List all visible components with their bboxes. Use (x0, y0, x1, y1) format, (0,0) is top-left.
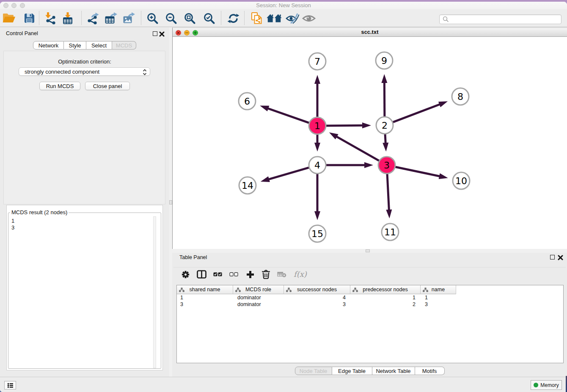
node-6[interactable]: 6 (239, 93, 256, 110)
mcds-result-title: MCDS result (2 nodes) (10, 209, 69, 215)
create-column-button[interactable] (243, 268, 257, 281)
edge-3-10[interactable] (394, 167, 448, 179)
column-header-predecessor-nodes[interactable]: predecessor nodes (350, 285, 421, 294)
first-neighbors-button[interactable] (266, 11, 282, 26)
network-canvas[interactable]: 1234678910111415 (173, 37, 567, 249)
select-all-button[interactable] (210, 268, 225, 281)
table-tab-network-table[interactable]: Network Table (372, 367, 415, 375)
node-8[interactable]: 8 (452, 88, 469, 105)
delete-column-button[interactable] (259, 268, 273, 281)
table-cell[interactable]: 3 (177, 301, 233, 308)
table-cell[interactable]: dominator (233, 301, 284, 308)
edge-4-14[interactable] (261, 167, 310, 182)
node-3[interactable]: 3 (378, 157, 395, 174)
table-cell[interactable]: 4 (284, 294, 350, 301)
table-cell[interactable]: 1 (177, 294, 233, 301)
close-table-panel-icon[interactable] (558, 255, 563, 260)
zoom-out-button[interactable] (163, 11, 179, 26)
zoom-fit-button[interactable] (182, 11, 198, 26)
close-panel-button[interactable]: Close panel (85, 82, 130, 90)
node-4[interactable]: 4 (309, 157, 326, 174)
table-tab-node-table[interactable]: Node Table (295, 367, 332, 375)
edge-1-4[interactable] (314, 133, 320, 152)
hide-selected-button[interactable] (284, 11, 300, 26)
vertical-split-grip[interactable] (169, 200, 172, 204)
column-header-name[interactable]: name (421, 285, 456, 294)
clone-network-button[interactable] (248, 11, 264, 26)
table-row-0[interactable]: 1dominator411 (177, 294, 563, 301)
table-cell[interactable]: dominator (233, 294, 284, 301)
float-panel-icon[interactable] (153, 31, 157, 36)
result-scrollbar[interactable] (153, 216, 156, 368)
edge-3-11[interactable] (386, 173, 392, 218)
export-network-button[interactable] (85, 11, 101, 26)
zoom-selected-button[interactable] (201, 11, 217, 26)
node-2[interactable]: 2 (376, 117, 393, 134)
export-table-button[interactable] (103, 11, 119, 26)
toolbar-separator (244, 11, 245, 25)
close-panel-icon[interactable] (159, 31, 165, 37)
optimization-criterion-label: Optimization criterion: (0, 58, 169, 65)
task-history-button[interactable] (4, 381, 16, 389)
edge-4-15[interactable] (314, 173, 320, 220)
import-network-button[interactable] (41, 11, 58, 26)
edge-2-3[interactable] (383, 133, 388, 152)
edge-2-8[interactable] (392, 101, 448, 122)
titlebar: Session: New Session (0, 2, 567, 9)
table-tab-edge-table[interactable]: Edge Table (332, 367, 372, 375)
table-cell[interactable]: 2 (350, 301, 421, 308)
save-session-button[interactable] (21, 11, 37, 26)
search-input[interactable] (439, 14, 561, 24)
control-tab-select[interactable]: Select (86, 41, 112, 50)
zoom-out-icon (165, 12, 177, 25)
function-builder-button: f(x) (293, 268, 308, 281)
edge-2-9[interactable] (381, 74, 387, 118)
edge-3-1[interactable] (329, 133, 380, 161)
control-tab-network[interactable]: Network (33, 41, 64, 50)
run-mcds-button[interactable]: Run MCDS (39, 82, 80, 90)
node-1[interactable]: 1 (309, 117, 326, 134)
table-cell[interactable]: 1 (421, 294, 456, 301)
deselect-all-button[interactable] (226, 268, 241, 281)
horizontal-split-divider[interactable] (172, 249, 567, 253)
column-header-shared-name[interactable]: shared name (177, 285, 233, 294)
node-15[interactable]: 15 (309, 225, 326, 242)
node-10[interactable]: 10 (453, 172, 470, 189)
edge-1-7[interactable] (314, 75, 320, 118)
table-cell[interactable]: 1 (350, 294, 421, 301)
refresh-button[interactable] (225, 11, 241, 26)
import-table-button[interactable] (60, 11, 76, 26)
status-bar: Memory (0, 377, 567, 392)
column-header-successor-nodes[interactable]: successor nodes (284, 285, 350, 294)
table-row-1[interactable]: 3dominator323 (177, 301, 563, 308)
column-header-MCDS-role[interactable]: MCDS role (233, 285, 284, 294)
memory-button[interactable]: Memory (531, 380, 562, 390)
float-table-panel-icon[interactable] (550, 255, 555, 259)
table-cell[interactable]: 3 (421, 301, 456, 308)
edge-1-2[interactable] (325, 122, 371, 128)
node-14[interactable]: 14 (239, 177, 256, 194)
node-9[interactable]: 9 (376, 52, 393, 69)
table-cell[interactable]: 3 (284, 301, 350, 308)
table-tab-motifs[interactable]: Motifs (415, 367, 445, 375)
zoom-in-button[interactable] (144, 11, 160, 26)
edge-4-3[interactable] (325, 162, 373, 168)
eye-icon (302, 13, 316, 24)
criterion-select[interactable]: strongly connected component (19, 67, 150, 76)
tree-icon (179, 287, 184, 292)
open-session-button[interactable] (1, 11, 17, 26)
node-11[interactable]: 11 (382, 224, 399, 240)
horizontal-split-grip[interactable] (366, 249, 370, 252)
export-image-button[interactable] (121, 11, 137, 26)
node-7[interactable]: 7 (309, 53, 326, 70)
show-column-button[interactable] (194, 268, 209, 281)
table-options-button[interactable] (178, 268, 193, 281)
control-tab-style[interactable]: Style (64, 41, 86, 50)
show-all-button[interactable] (301, 11, 317, 26)
vertical-split-divider[interactable] (169, 27, 172, 377)
network-frame: scc.txt 1234678910111415 (172, 28, 567, 249)
edge-1-6[interactable] (260, 106, 310, 124)
control-tab-mcds[interactable]: MCDS (112, 41, 136, 50)
window-title: Session: New Session (0, 2, 567, 8)
mcds-result-list[interactable]: 1 3 (11, 218, 14, 231)
